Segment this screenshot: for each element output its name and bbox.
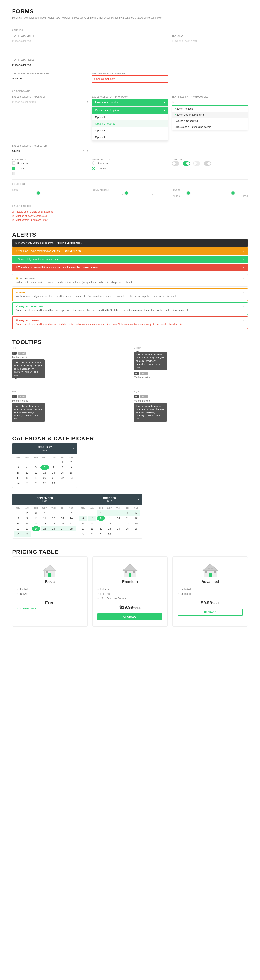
- cal-day-14[interactable]: 14: [49, 470, 58, 476]
- cal-day-3[interactable]: 3: [14, 465, 22, 470]
- tooltip-bottom-row: This tooltip contains a very important m…: [134, 352, 248, 379]
- autosuggest-item-3[interactable]: Packing & Unpacking: [172, 118, 247, 124]
- filled-input[interactable]: [12, 62, 88, 68]
- checkbox-unchecked[interactable]: Unchecked: [12, 161, 88, 165]
- clear-icon[interactable]: ✕: [82, 150, 84, 152]
- cal-day-28[interactable]: 28: [49, 480, 58, 486]
- single-calendar[interactable]: ‹ FEBRUARY 2019 › SUN MON TUE WED THU FR…: [12, 443, 77, 488]
- checkbox-checked[interactable]: ✓ Checked: [12, 167, 88, 170]
- cal-day-20[interactable]: 20: [40, 476, 49, 480]
- cal-day-7[interactable]: 7: [49, 465, 58, 470]
- switch-off-1[interactable]: [172, 161, 179, 165]
- sep-prev-btn[interactable]: ‹: [16, 498, 17, 501]
- advanced-upgrade-btn[interactable]: UPGRADE: [178, 609, 243, 616]
- slider-range-fill: [188, 192, 233, 193]
- cal-day-9[interactable]: 9: [67, 465, 75, 470]
- close-icon-6[interactable]: ✕: [242, 291, 244, 294]
- warning-icon-3: ⚠: [16, 266, 17, 269]
- cal-day-10[interactable]: 10: [14, 470, 22, 476]
- alert-cards: ✕ 🔔 NOTIFICATION Nullam metus diam, vari…: [12, 274, 248, 329]
- slider-thumb-4[interactable]: [231, 191, 235, 194]
- textarea-input[interactable]: [172, 38, 248, 54]
- dropdown-default-select[interactable]: Please select option Option 1 Option 2 O…: [12, 99, 88, 105]
- cal-day-6[interactable]: 6: [40, 465, 49, 470]
- dropdown-item-3[interactable]: Option 3: [92, 127, 168, 134]
- cal-day-5[interactable]: 5: [32, 465, 40, 470]
- checkbox-indeterminate-box[interactable]: [12, 172, 16, 175]
- cal-day-12[interactable]: 12: [32, 470, 40, 476]
- dropdown-selected-wrapper[interactable]: Option 2 ✕: [12, 148, 88, 154]
- cal-day-24[interactable]: 24: [14, 480, 22, 486]
- cal-day-8[interactable]: 8: [58, 465, 67, 470]
- dropdown-item-1[interactable]: Option 1: [92, 114, 168, 120]
- empty-input[interactable]: [12, 38, 88, 45]
- resend-verification-link[interactable]: RESEND VERIFICATION: [57, 242, 82, 244]
- radio-checked[interactable]: Checked: [92, 167, 168, 170]
- prev-month-btn[interactable]: ‹: [16, 447, 17, 450]
- autosuggest-input[interactable]: [172, 99, 248, 105]
- double-calendar[interactable]: ‹ SEPTEMBER 2019 › SUN MON TUE WED THU F…: [12, 494, 142, 539]
- dropdown-default-wrapper[interactable]: Please select option Option 1 Option 2 O…: [12, 99, 88, 105]
- dropdown-item-2[interactable]: Option 2 hovered: [92, 120, 168, 127]
- cal-day-25[interactable]: 25: [23, 480, 31, 486]
- error-icon-1: ✕: [12, 219, 14, 221]
- autosuggest-item-2[interactable]: Kitchen Design & Planning: [172, 112, 247, 118]
- close-icon-8[interactable]: ✕: [242, 319, 244, 322]
- cal-day-15[interactable]: 15: [58, 470, 67, 476]
- autosuggest-item-1[interactable]: Kitchen Remodel: [172, 106, 247, 112]
- cal-day-26[interactable]: 26: [32, 480, 40, 486]
- switch-thumb-4: [208, 162, 211, 165]
- dropdown-green-trigger[interactable]: Please select option ▾: [92, 99, 168, 106]
- cal-day-11[interactable]: 11: [23, 470, 31, 476]
- checkbox-checked-box[interactable]: ✓: [12, 167, 16, 170]
- slider-thumb-2[interactable]: [125, 191, 128, 194]
- cal-day-17[interactable]: 17: [14, 476, 22, 480]
- cal-day-1[interactable]: 1: [58, 460, 67, 465]
- close-icon-5[interactable]: ✕: [242, 277, 244, 280]
- cal-day-18[interactable]: 18: [23, 476, 31, 480]
- close-icon-1[interactable]: ✕: [242, 241, 244, 245]
- cal-day-22[interactable]: 22: [58, 476, 67, 480]
- calendar-month-year: FEBRUARY 2019: [37, 445, 52, 452]
- oct-next-btn[interactable]: ›: [138, 498, 139, 501]
- autosuggest-item-4[interactable]: Brick, stone or interlocking pavers: [172, 124, 247, 130]
- close-icon-7[interactable]: ✕: [242, 305, 244, 308]
- slider-single-track[interactable]: [12, 192, 87, 193]
- dropdown-header-item[interactable]: Please select option ▴: [92, 107, 168, 114]
- slider-ticks-track[interactable]: [93, 192, 167, 193]
- update-now-link[interactable]: UPDATE NOW: [83, 266, 98, 269]
- empty-input-3[interactable]: [92, 62, 168, 68]
- slider-double-track[interactable]: [173, 192, 248, 193]
- activate-now-link[interactable]: ACTIVATE NOW: [64, 250, 81, 252]
- alert-warn-body: We have received your request for a cred…: [16, 294, 244, 298]
- switch-on-1[interactable]: [182, 161, 190, 165]
- next-month-btn[interactable]: ›: [73, 447, 74, 450]
- premium-upgrade-btn[interactable]: UPGRADE: [97, 613, 163, 620]
- radio-unchecked[interactable]: Unchecked: [92, 161, 168, 165]
- approved-input[interactable]: [12, 75, 88, 82]
- close-icon-4[interactable]: ✕: [242, 266, 244, 269]
- switch-on-gray[interactable]: [204, 161, 211, 165]
- slider-thumb-1[interactable]: [36, 191, 40, 194]
- cal-day-16[interactable]: 16: [67, 470, 75, 476]
- denied-input[interactable]: [92, 75, 168, 83]
- calendar-days-row-1: 1 2: [14, 460, 75, 465]
- cal-day-13[interactable]: 13: [40, 470, 49, 476]
- cal-day-27[interactable]: 27: [40, 480, 49, 486]
- close-icon-2[interactable]: ✕: [242, 250, 244, 253]
- switch-off-2[interactable]: [193, 161, 200, 165]
- cal-day-4[interactable]: 4: [23, 465, 31, 470]
- close-icon-3[interactable]: ✕: [242, 258, 244, 261]
- checkbox-indeterminate[interactable]: [12, 172, 88, 175]
- cal-day-19[interactable]: 19: [32, 476, 40, 480]
- slider-thumb-3[interactable]: [187, 191, 190, 194]
- cal-day-23[interactable]: 23: [67, 476, 75, 480]
- empty-input-2[interactable]: [92, 38, 168, 45]
- checkbox-unchecked-box[interactable]: [12, 161, 16, 165]
- radio-unchecked-box[interactable]: [92, 161, 95, 165]
- cal-day-2[interactable]: 2: [67, 460, 75, 465]
- dropdown-item-4[interactable]: Option 4: [92, 134, 168, 140]
- dropdown-selected-select[interactable]: Option 2: [12, 148, 88, 154]
- radio-checked-box[interactable]: [92, 167, 95, 170]
- cal-day-21[interactable]: 21: [49, 476, 58, 480]
